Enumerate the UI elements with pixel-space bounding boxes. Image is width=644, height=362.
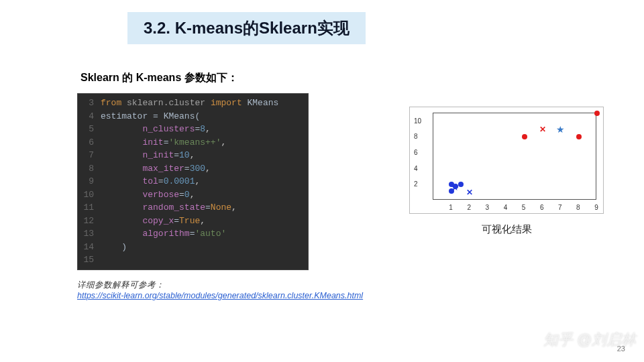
code-line: 7 n_init=10,: [78, 149, 308, 162]
code-line: 13 algorithm='auto': [78, 227, 308, 241]
code-line: 8 max_iter=300,: [78, 162, 308, 176]
code-line: 10 verbose=0,: [78, 188, 308, 202]
plot-point: ★: [556, 125, 565, 134]
x-tick: 6: [540, 204, 544, 211]
code-line: 11 random_state=None,: [78, 201, 308, 215]
x-tick: 5: [522, 204, 526, 211]
plot-point: ✕: [466, 188, 473, 196]
plot-point: [594, 111, 600, 116]
plot-point: [522, 134, 527, 139]
content-row: 3from sklearn.cluster import KMeans4esti…: [77, 93, 644, 270]
x-tick: 9: [594, 204, 598, 211]
y-tick: 10: [414, 117, 421, 124]
code-line: 15: [78, 253, 308, 267]
x-tick: 2: [467, 204, 471, 211]
y-tick: 6: [414, 149, 418, 156]
x-tick: 4: [504, 204, 508, 211]
plot-caption: 可视化结果: [482, 223, 532, 236]
slide-title: 3.2. K-means的Sklearn实现: [127, 12, 366, 44]
code-line: 3from sklearn.cluster import KMeans: [78, 97, 308, 110]
plot-point: ★: [451, 182, 460, 192]
x-tick: 1: [449, 204, 453, 211]
code-line: 5 n_clusters=8,: [78, 123, 308, 136]
code-line: 12 copy_x=True,: [78, 215, 308, 228]
footnote-link[interactable]: https://scikit-learn.org/stable/modules/…: [77, 291, 363, 300]
scatter-plot: ★✕✕★ 246810123456789: [409, 107, 604, 214]
y-tick: 2: [414, 180, 418, 188]
slide-subtitle: Sklearn 的 K-means 参数如下：: [80, 71, 644, 85]
footnote-label: 详细参数解释可参考：: [77, 280, 164, 290]
code-line: 4estimator = KMeans(: [78, 110, 308, 123]
y-tick: 8: [414, 133, 418, 140]
code-line: 9 tol=0.0001,: [78, 175, 308, 188]
plot-point: ✕: [539, 125, 546, 133]
code-line: 6 init='kmeans++',: [78, 136, 308, 149]
y-tick: 4: [414, 164, 418, 172]
plot-area: ★✕✕★ 246810123456789 可视化结果: [409, 107, 604, 236]
x-tick: 7: [558, 204, 562, 211]
code-line: 14 ): [78, 241, 308, 254]
code-block: 3from sklearn.cluster import KMeans4esti…: [77, 93, 309, 270]
x-tick: 3: [486, 204, 490, 211]
footnote: 详细参数解释可参考： https://scikit-learn.org/stab…: [77, 280, 644, 300]
plot-point: [576, 134, 582, 139]
x-tick: 8: [576, 204, 580, 211]
page-number: 23: [617, 345, 625, 353]
